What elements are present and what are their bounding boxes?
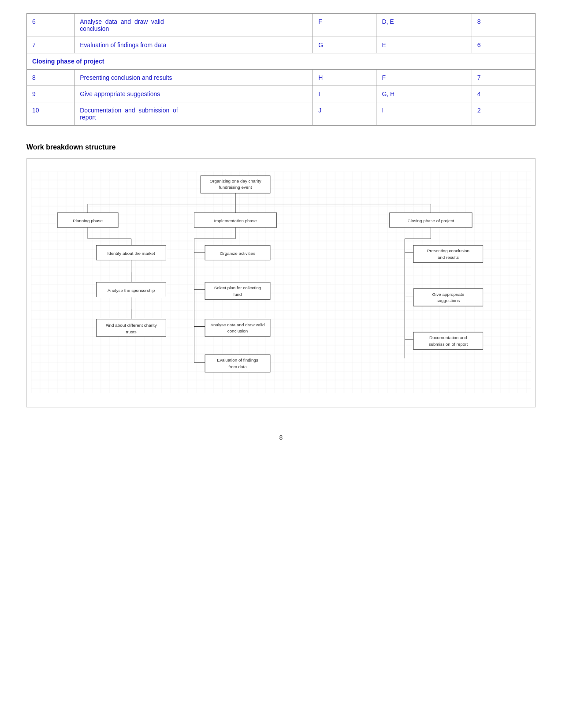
table-row: 10 Documentation and submission ofreport…: [27, 102, 536, 126]
row-id: 7: [27, 37, 74, 53]
row-predecessor: I: [376, 102, 472, 126]
svg-text:fundraising event: fundraising event: [219, 185, 252, 190]
svg-text:suggestions: suggestions: [437, 298, 460, 303]
svg-text:Implementation phase: Implementation phase: [214, 218, 257, 223]
row-predecessor: G, H: [376, 86, 472, 102]
page-number: 8: [26, 434, 536, 441]
row-id: 8: [27, 70, 74, 86]
row-duration: 6: [472, 37, 535, 53]
phase-header-row: Closing phase of project: [27, 53, 536, 70]
row-duration: 7: [472, 70, 535, 86]
svg-text:from data: from data: [228, 364, 247, 369]
row-duration: 8: [472, 14, 535, 37]
wbs-title: Work breakdown structure: [26, 143, 536, 151]
row-code: I: [313, 86, 376, 102]
row-id: 9: [27, 86, 74, 102]
table-row: 9 Give appropriate suggestions I G, H 4: [27, 86, 536, 102]
svg-text:Analyse the sponsorship: Analyse the sponsorship: [108, 288, 155, 293]
table-row: 8 Presenting conclusion and results H F …: [27, 70, 536, 86]
row-code: F: [313, 14, 376, 37]
phase-header-label: Closing phase of project: [32, 58, 104, 65]
svg-text:Organizing one day charity: Organizing one day charity: [209, 179, 261, 183]
row-duration: 4: [472, 86, 535, 102]
svg-text:Presenting conclusion: Presenting conclusion: [427, 248, 469, 253]
svg-text:Analyse data and draw valid: Analyse data and draw valid: [210, 322, 264, 327]
table-row: 7 Evaluation of findings from data G E 6: [27, 37, 536, 53]
row-code: G: [313, 37, 376, 53]
row-activity: Analyse data and draw validconclusion: [74, 14, 313, 37]
svg-text:Organize activities: Organize activities: [220, 251, 256, 256]
svg-text:Select plan for collecting: Select plan for collecting: [214, 285, 261, 290]
svg-text:and results: and results: [438, 255, 459, 260]
wbs-section: Work breakdown structure Organizing one …: [26, 143, 536, 407]
row-id: 6: [27, 14, 74, 37]
wbs-svg: Organizing one day charity fundraising e…: [31, 168, 531, 397]
row-activity: Presenting conclusion and results: [74, 70, 313, 86]
svg-text:trusts: trusts: [126, 329, 137, 334]
svg-text:submission of report: submission of report: [428, 342, 468, 347]
svg-text:Documentation and: Documentation and: [429, 335, 467, 340]
svg-text:Find about different charity: Find about different charity: [105, 323, 156, 328]
row-predecessor: F: [376, 70, 472, 86]
row-code: H: [313, 70, 376, 86]
svg-text:conclusion: conclusion: [227, 329, 248, 333]
table-row: 6 Analyse data and draw validconclusion …: [27, 14, 536, 37]
row-activity: Give appropriate suggestions: [74, 86, 313, 102]
row-duration: 2: [472, 102, 535, 126]
row-code: J: [313, 102, 376, 126]
svg-text:fund: fund: [233, 292, 242, 297]
row-predecessor: D, E: [376, 14, 472, 37]
svg-text:Give appropriate: Give appropriate: [432, 292, 464, 297]
activity-table: 6 Analyse data and draw validconclusion …: [26, 13, 536, 126]
phase-header-cell: Closing phase of project: [27, 53, 536, 70]
svg-text:Planning phase: Planning phase: [73, 218, 103, 223]
svg-text:Evaluation of findings: Evaluation of findings: [217, 358, 258, 362]
row-activity: Evaluation of findings from data: [74, 37, 313, 53]
row-activity: Documentation and submission ofreport: [74, 102, 313, 126]
wbs-diagram: Organizing one day charity fundraising e…: [26, 158, 536, 407]
row-predecessor: E: [376, 37, 472, 53]
svg-text:Identify about the market: Identify about the market: [107, 251, 155, 256]
row-id: 10: [27, 102, 74, 126]
svg-text:Closing phase of project: Closing phase of project: [408, 218, 454, 223]
